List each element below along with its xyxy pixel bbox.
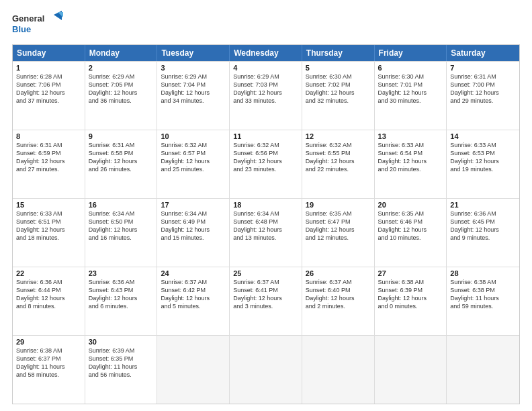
day-info: Sunrise: 6:29 AM Sunset: 7:04 PM Dayligh… (161, 73, 226, 105)
day-number: 30 (89, 338, 154, 346)
day-cell-4: 4Sunrise: 6:29 AM Sunset: 7:03 PM Daylig… (230, 62, 302, 130)
day-info: Sunrise: 6:30 AM Sunset: 7:02 PM Dayligh… (306, 73, 371, 105)
day-number: 9 (89, 132, 154, 140)
day-info: Sunrise: 6:38 AM Sunset: 6:37 PM Dayligh… (16, 347, 81, 379)
day-cell-empty-4-4 (302, 336, 375, 404)
day-cell-empty-4-2 (157, 336, 230, 404)
day-cell-14: 14Sunrise: 6:33 AM Sunset: 6:53 PM Dayli… (447, 130, 519, 198)
day-info: Sunrise: 6:32 AM Sunset: 6:56 PM Dayligh… (233, 141, 298, 174)
day-cell-6: 6Sunrise: 6:30 AM Sunset: 7:01 PM Daylig… (375, 62, 447, 130)
logo-svg: General Blue (12, 11, 66, 38)
svg-text:General: General (12, 13, 44, 24)
calendar-row-3: 22Sunrise: 6:36 AM Sunset: 6:44 PM Dayli… (13, 267, 519, 335)
day-number: 26 (306, 269, 371, 277)
day-info: Sunrise: 6:31 AM Sunset: 6:59 PM Dayligh… (16, 141, 81, 174)
day-number: 29 (16, 338, 81, 346)
page: General Blue SundayMondayTuesdayWednesda… (0, 0, 532, 411)
col-header-tuesday: Tuesday (157, 45, 230, 61)
day-number: 1 (16, 64, 81, 72)
calendar-row-0: 1Sunrise: 6:28 AM Sunset: 7:06 PM Daylig… (13, 61, 519, 130)
day-info: Sunrise: 6:34 AM Sunset: 6:48 PM Dayligh… (233, 210, 298, 242)
calendar-row-4: 29Sunrise: 6:38 AM Sunset: 6:37 PM Dayli… (13, 335, 519, 404)
day-cell-17: 17Sunrise: 6:34 AM Sunset: 6:49 PM Dayli… (157, 199, 230, 267)
day-info: Sunrise: 6:37 AM Sunset: 6:41 PM Dayligh… (233, 278, 298, 311)
day-info: Sunrise: 6:28 AM Sunset: 7:06 PM Dayligh… (16, 73, 81, 105)
day-number: 3 (161, 64, 226, 72)
calendar-row-2: 15Sunrise: 6:33 AM Sunset: 6:51 PM Dayli… (13, 198, 519, 267)
day-info: Sunrise: 6:32 AM Sunset: 6:57 PM Dayligh… (161, 141, 226, 174)
header: General Blue (12, 11, 520, 38)
day-number: 15 (16, 201, 81, 209)
day-cell-27: 27Sunrise: 6:38 AM Sunset: 6:39 PM Dayli… (375, 267, 447, 335)
day-cell-18: 18Sunrise: 6:34 AM Sunset: 6:48 PM Dayli… (230, 199, 302, 267)
day-number: 13 (378, 132, 443, 140)
day-number: 6 (378, 64, 443, 72)
day-number: 19 (306, 201, 371, 209)
day-info: Sunrise: 6:33 AM Sunset: 6:54 PM Dayligh… (378, 141, 443, 174)
day-number: 17 (161, 201, 226, 209)
day-info: Sunrise: 6:30 AM Sunset: 7:01 PM Dayligh… (378, 73, 443, 105)
day-cell-24: 24Sunrise: 6:37 AM Sunset: 6:42 PM Dayli… (157, 267, 230, 335)
day-cell-15: 15Sunrise: 6:33 AM Sunset: 6:51 PM Dayli… (13, 199, 85, 267)
col-header-wednesday: Wednesday (230, 45, 302, 61)
day-cell-21: 21Sunrise: 6:36 AM Sunset: 6:45 PM Dayli… (447, 199, 519, 267)
day-cell-9: 9Sunrise: 6:31 AM Sunset: 6:58 PM Daylig… (85, 130, 158, 198)
calendar-header-row: SundayMondayTuesdayWednesdayThursdayFrid… (13, 45, 519, 61)
day-info: Sunrise: 6:33 AM Sunset: 6:53 PM Dayligh… (450, 141, 516, 174)
day-number: 23 (89, 269, 154, 277)
day-cell-16: 16Sunrise: 6:34 AM Sunset: 6:50 PM Dayli… (85, 199, 158, 267)
day-cell-1: 1Sunrise: 6:28 AM Sunset: 7:06 PM Daylig… (13, 62, 85, 130)
col-header-thursday: Thursday (302, 45, 375, 61)
day-info: Sunrise: 6:34 AM Sunset: 6:49 PM Dayligh… (161, 210, 226, 242)
day-number: 4 (233, 64, 298, 72)
day-number: 12 (306, 132, 371, 140)
day-info: Sunrise: 6:38 AM Sunset: 6:39 PM Dayligh… (378, 278, 443, 311)
calendar-body: 1Sunrise: 6:28 AM Sunset: 7:06 PM Daylig… (13, 61, 519, 404)
day-info: Sunrise: 6:39 AM Sunset: 6:35 PM Dayligh… (89, 347, 154, 379)
day-number: 25 (233, 269, 298, 277)
day-number: 8 (16, 132, 81, 140)
day-cell-empty-4-3 (230, 336, 302, 404)
day-cell-22: 22Sunrise: 6:36 AM Sunset: 6:44 PM Dayli… (13, 267, 85, 335)
day-cell-23: 23Sunrise: 6:36 AM Sunset: 6:43 PM Dayli… (85, 267, 158, 335)
day-info: Sunrise: 6:29 AM Sunset: 7:03 PM Dayligh… (233, 73, 298, 105)
day-number: 28 (450, 269, 516, 277)
day-cell-2: 2Sunrise: 6:29 AM Sunset: 7:05 PM Daylig… (85, 62, 158, 130)
day-cell-empty-4-6 (447, 336, 519, 404)
day-info: Sunrise: 6:31 AM Sunset: 6:58 PM Dayligh… (89, 141, 154, 174)
logo: General Blue (12, 11, 66, 38)
day-cell-29: 29Sunrise: 6:38 AM Sunset: 6:37 PM Dayli… (13, 336, 85, 404)
day-number: 14 (450, 132, 516, 140)
day-cell-12: 12Sunrise: 6:32 AM Sunset: 6:55 PM Dayli… (302, 130, 375, 198)
day-cell-5: 5Sunrise: 6:30 AM Sunset: 7:02 PM Daylig… (302, 62, 375, 130)
day-info: Sunrise: 6:29 AM Sunset: 7:05 PM Dayligh… (89, 73, 154, 105)
day-info: Sunrise: 6:32 AM Sunset: 6:55 PM Dayligh… (306, 141, 371, 174)
day-number: 10 (161, 132, 226, 140)
day-number: 18 (233, 201, 298, 209)
day-cell-19: 19Sunrise: 6:35 AM Sunset: 6:47 PM Dayli… (302, 199, 375, 267)
day-cell-13: 13Sunrise: 6:33 AM Sunset: 6:54 PM Dayli… (375, 130, 447, 198)
day-info: Sunrise: 6:36 AM Sunset: 6:45 PM Dayligh… (450, 210, 516, 242)
day-info: Sunrise: 6:35 AM Sunset: 6:46 PM Dayligh… (378, 210, 443, 242)
day-number: 16 (89, 201, 154, 209)
svg-text:Blue: Blue (12, 24, 31, 34)
day-number: 7 (450, 64, 516, 72)
day-cell-30: 30Sunrise: 6:39 AM Sunset: 6:35 PM Dayli… (85, 336, 158, 404)
day-cell-8: 8Sunrise: 6:31 AM Sunset: 6:59 PM Daylig… (13, 130, 85, 198)
day-number: 20 (378, 201, 443, 209)
calendar-row-1: 8Sunrise: 6:31 AM Sunset: 6:59 PM Daylig… (13, 130, 519, 198)
col-header-monday: Monday (85, 45, 158, 61)
day-info: Sunrise: 6:35 AM Sunset: 6:47 PM Dayligh… (306, 210, 371, 242)
day-number: 2 (89, 64, 154, 72)
day-number: 22 (16, 269, 81, 277)
day-info: Sunrise: 6:36 AM Sunset: 6:43 PM Dayligh… (89, 278, 154, 311)
day-number: 24 (161, 269, 226, 277)
day-cell-28: 28Sunrise: 6:38 AM Sunset: 6:38 PM Dayli… (447, 267, 519, 335)
day-number: 21 (450, 201, 516, 209)
day-cell-20: 20Sunrise: 6:35 AM Sunset: 6:46 PM Dayli… (375, 199, 447, 267)
col-header-sunday: Sunday (13, 45, 85, 61)
day-info: Sunrise: 6:37 AM Sunset: 6:40 PM Dayligh… (306, 278, 371, 311)
calendar: SundayMondayTuesdayWednesdayThursdayFrid… (12, 44, 520, 404)
day-cell-3: 3Sunrise: 6:29 AM Sunset: 7:04 PM Daylig… (157, 62, 230, 130)
day-cell-25: 25Sunrise: 6:37 AM Sunset: 6:41 PM Dayli… (230, 267, 302, 335)
